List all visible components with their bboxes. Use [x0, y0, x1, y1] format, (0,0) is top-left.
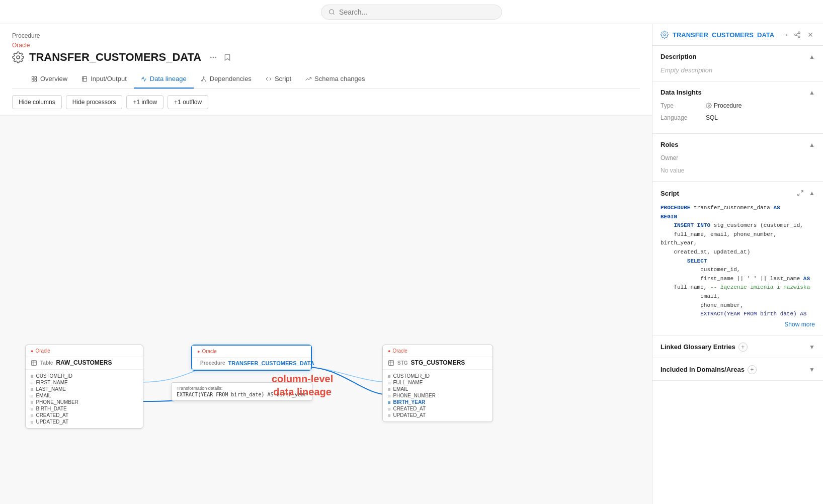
share-icon [794, 31, 801, 38]
svg-rect-8 [35, 79, 37, 81]
tab-schema-changes[interactable]: Schema changes [298, 70, 372, 89]
tab-overview[interactable]: Overview [24, 70, 74, 89]
svg-point-18 [795, 34, 797, 36]
more-icon [209, 53, 217, 61]
search-input[interactable] [339, 8, 495, 16]
share-button[interactable] [793, 30, 802, 39]
overview-icon [31, 76, 37, 82]
roles-chevron: ▲ [809, 141, 815, 148]
right-panel-header: TRANSFER_CUSTOMERS_DATA → [652, 24, 823, 46]
lineage-icon [141, 76, 147, 82]
deps-icon [201, 76, 207, 82]
top-bar [0, 0, 823, 24]
oracle-link[interactable]: Oracle [12, 42, 30, 49]
right-panel-gear-icon [661, 31, 669, 39]
page-header: Procedure Oracle TRANSFER_CUSTOMERS_DATA [0, 24, 652, 89]
bookmark-button[interactable] [222, 52, 232, 62]
section-linked-glossary: Linked Glossary Entries + ▼ [652, 335, 823, 358]
svg-point-20 [708, 105, 710, 107]
description-chevron: ▲ [809, 53, 815, 60]
right-panel-title: TRANSFER_CUSTOMERS_DATA [673, 31, 778, 39]
gear-icon-large [12, 51, 24, 63]
section-domains-header[interactable]: Included in Domains/Areas + ▼ [652, 358, 823, 380]
add-domain-button[interactable]: + [748, 365, 757, 374]
svg-point-1 [17, 56, 20, 59]
source-node: ● Oracle Table RAW_CUSTOMERS ⊞CUSTOMER_I… [25, 345, 143, 429]
target-node: ● Oracle STG STG_CUSTOMERS ⊞CUSTOMER_ID … [382, 345, 493, 422]
canvas-area: ● Oracle Table RAW_CUSTOMERS ⊞CUSTOMER_I… [0, 116, 652, 504]
right-panel: TRANSFER_CUSTOMERS_DATA → Description ▲ … [652, 24, 823, 504]
tab-dependencies[interactable]: Dependencies [194, 70, 259, 89]
linked-glossary-chevron: ▼ [809, 344, 815, 351]
inflow-button[interactable]: +1 inflow [126, 95, 163, 109]
left-panel: Procedure Oracle TRANSFER_CUSTOMERS_DATA [0, 24, 652, 504]
search-box[interactable] [321, 5, 502, 20]
stg-icon [388, 360, 394, 366]
section-data-insights: Data Insights ▲ Type Procedure Language … [652, 81, 823, 134]
close-icon [807, 31, 814, 38]
toolbar: Hide columns Hide processors +1 inflow +… [0, 89, 652, 116]
expand-icon [797, 190, 804, 197]
section-domains: Included in Domains/Areas + ▼ [652, 358, 823, 381]
close-button[interactable] [806, 30, 815, 39]
hide-columns-button[interactable]: Hide columns [12, 95, 62, 109]
search-icon [328, 9, 335, 16]
page-title: TRANSFER_CUSTOMERS_DATA [29, 51, 201, 64]
type-icon [706, 103, 712, 109]
svg-rect-13 [32, 360, 37, 365]
code-block: PROCEDURE transfer_customers_data AS BEG… [661, 204, 815, 319]
svg-point-17 [798, 32, 800, 33]
add-glossary-button[interactable]: + [738, 343, 748, 352]
svg-point-11 [201, 80, 202, 81]
connections-svg [0, 116, 652, 504]
svg-point-16 [664, 34, 666, 36]
section-data-insights-header[interactable]: Data Insights ▲ [652, 81, 823, 102]
column-level-label: column-leveldata lineage [272, 372, 333, 398]
svg-rect-7 [32, 79, 34, 81]
svg-rect-9 [83, 76, 87, 81]
more-options-button[interactable] [208, 52, 218, 62]
tab-data-lineage[interactable]: Data lineage [134, 70, 194, 89]
svg-point-19 [798, 36, 800, 38]
svg-point-2 [210, 57, 212, 58]
breadcrumb: Procedure [12, 32, 640, 39]
section-script-header[interactable]: Script ▲ [652, 182, 823, 204]
section-description: Description ▲ Empty description [652, 46, 823, 81]
script-icon [266, 76, 272, 82]
section-roles-header[interactable]: Roles ▲ [652, 134, 823, 154]
svg-point-12 [205, 80, 206, 81]
hide-processors-button[interactable]: Hide processors [66, 95, 123, 109]
svg-rect-15 [389, 360, 394, 365]
svg-point-0 [330, 10, 334, 14]
schema-icon [305, 76, 311, 82]
section-script: Script ▲ PROCEDURE transfer_customers_da… [652, 182, 823, 335]
svg-rect-5 [32, 76, 34, 78]
expand-script-button[interactable] [796, 189, 805, 198]
section-linked-glossary-header[interactable]: Linked Glossary Entries + ▼ [652, 335, 823, 358]
table-icon [31, 360, 37, 366]
center-node: ● Oracle Procedure TRANSFER_CUSTOMERS_DA… [191, 345, 312, 371]
data-insights-chevron: ▲ [809, 89, 815, 96]
input-output-icon [81, 76, 88, 82]
svg-point-3 [213, 57, 214, 58]
section-roles: Roles ▲ Owner No value [652, 134, 823, 182]
domains-chevron: ▼ [809, 366, 815, 373]
tab-input-output[interactable]: Input/Output [74, 70, 134, 89]
tabs: Overview Input/Output Data lineage Depen… [12, 70, 640, 89]
svg-point-10 [203, 76, 204, 77]
section-description-header[interactable]: Description ▲ [652, 46, 823, 66]
show-more-link[interactable]: Show more [661, 321, 815, 328]
script-chevron: ▲ [809, 190, 815, 197]
outflow-button[interactable]: +1 outflow [168, 95, 208, 109]
bookmark-icon [223, 53, 231, 61]
svg-rect-6 [35, 76, 37, 78]
svg-point-4 [215, 57, 217, 58]
tab-script[interactable]: Script [259, 70, 298, 89]
